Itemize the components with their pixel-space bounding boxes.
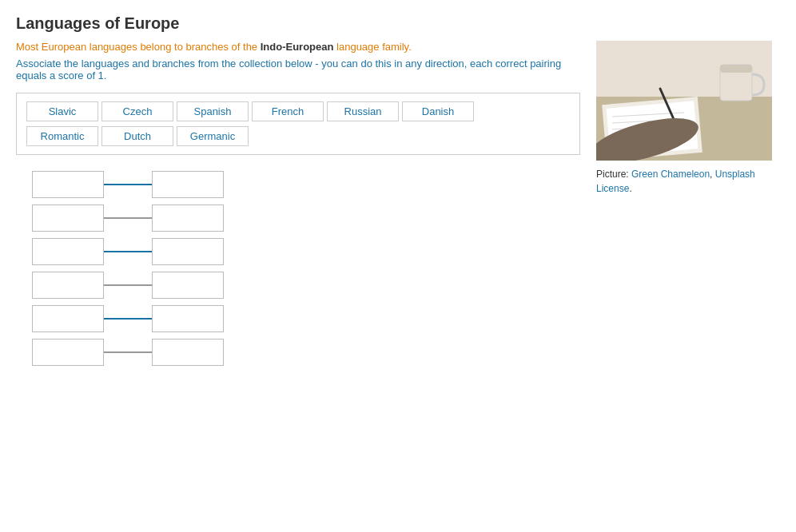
intro-prefix: Most European languages belong to branch… bbox=[16, 41, 261, 53]
pair-right-4[interactable] bbox=[152, 272, 224, 299]
pair-connector-4 bbox=[104, 284, 152, 286]
chip-dutch[interactable]: Dutch bbox=[101, 126, 173, 146]
photo-container bbox=[596, 41, 772, 161]
pair-right-3[interactable] bbox=[152, 238, 224, 265]
pair-left-1[interactable] bbox=[32, 171, 104, 198]
photo-image bbox=[596, 41, 772, 161]
caption-period: . bbox=[629, 183, 631, 194]
intro-line2: Associate the languages and branches fro… bbox=[16, 58, 580, 81]
chip-danish[interactable]: Danish bbox=[402, 101, 474, 121]
pair-connector-2 bbox=[104, 217, 152, 219]
pair-left-5[interactable] bbox=[32, 305, 104, 332]
pair-connector-1 bbox=[104, 184, 152, 185]
pair-row-6 bbox=[32, 339, 580, 366]
pair-left-6[interactable] bbox=[32, 339, 104, 366]
pair-connector-6 bbox=[104, 351, 152, 353]
pair-row-3 bbox=[32, 238, 580, 265]
pair-right-6[interactable] bbox=[152, 339, 224, 366]
word-bank: Slavic Czech Spanish French Russian Dani… bbox=[16, 93, 580, 155]
pair-right-1[interactable] bbox=[152, 171, 224, 198]
pair-right-5[interactable] bbox=[152, 305, 224, 332]
chip-french[interactable]: French bbox=[252, 101, 324, 121]
pair-row-2 bbox=[32, 204, 580, 232]
pairs-area bbox=[32, 171, 580, 366]
photo-caption: Picture: Green Chameleon, Unsplash Licen… bbox=[596, 167, 780, 196]
pair-connector-3 bbox=[104, 251, 152, 252]
pair-left-4[interactable] bbox=[32, 272, 104, 299]
chip-czech[interactable]: Czech bbox=[101, 101, 173, 121]
caption-separator: , bbox=[710, 169, 715, 180]
svg-rect-12 bbox=[720, 65, 752, 73]
chip-germanic[interactable]: Germanic bbox=[177, 126, 249, 146]
pair-left-2[interactable] bbox=[32, 204, 104, 232]
pair-row-5 bbox=[32, 305, 580, 332]
intro-bold: Indo-European bbox=[261, 41, 334, 53]
intro-suffix: language family. bbox=[333, 41, 411, 53]
right-panel: Picture: Green Chameleon, Unsplash Licen… bbox=[596, 41, 780, 366]
caption-author-link[interactable]: Green Chameleon bbox=[631, 169, 710, 180]
pair-row-1 bbox=[32, 171, 580, 198]
pair-right-2[interactable] bbox=[152, 204, 224, 232]
chip-spanish[interactable]: Spanish bbox=[177, 101, 249, 121]
pair-left-3[interactable] bbox=[32, 238, 104, 265]
pair-row-4 bbox=[32, 272, 580, 299]
word-bank-row2: Romantic Dutch Germanic bbox=[26, 126, 570, 146]
word-bank-row1: Slavic Czech Spanish French Russian Dani… bbox=[26, 101, 570, 121]
page-title: Languages of Europe bbox=[16, 14, 780, 33]
chip-russian[interactable]: Russian bbox=[327, 101, 399, 121]
pair-connector-5 bbox=[104, 318, 152, 320]
caption-prefix: Picture: bbox=[596, 169, 631, 180]
chip-slavic[interactable]: Slavic bbox=[26, 101, 98, 121]
intro-line1: Most European languages belong to branch… bbox=[16, 41, 580, 53]
chip-romantic[interactable]: Romantic bbox=[26, 126, 98, 146]
